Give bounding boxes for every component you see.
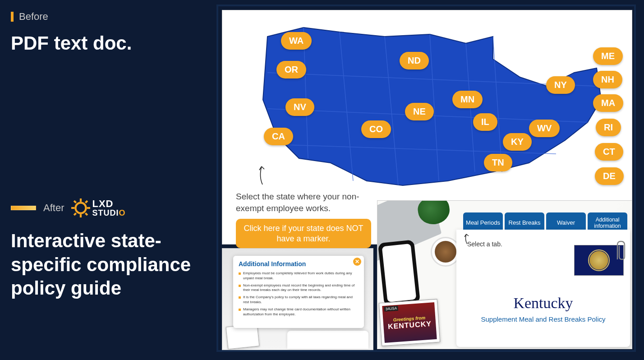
before-label: Before (11, 11, 209, 23)
state-subtitle: Supplement Meal and Rest Breaks Policy (465, 315, 622, 323)
before-title: PDF text doc. (11, 32, 209, 54)
state-name-heading: Kentucky (465, 295, 622, 312)
addl-bullet: Managers may not change time card docume… (239, 307, 359, 317)
state-badge-ne[interactable]: NE (405, 103, 434, 120)
svg-rect-6 (85, 212, 88, 216)
state-badge-ky[interactable]: KY (503, 133, 532, 151)
state-badge-nv[interactable]: NV (285, 98, 314, 116)
no-marker-button[interactable]: Click here if your state does NOT have a… (236, 219, 371, 248)
close-icon[interactable]: ✕ (353, 258, 361, 266)
paperclip-icon (614, 240, 626, 262)
additional-info-card: ✕ Additional Information Employees must … (233, 256, 364, 328)
state-badge-ca[interactable]: CA (264, 128, 293, 145)
additional-info-panel: ✕ Additional Information Employees must … (222, 248, 373, 350)
state-badge-ny[interactable]: NY (546, 76, 575, 94)
state-badge-ct[interactable]: CT (595, 143, 623, 161)
state-badge-co[interactable]: CO (361, 120, 391, 138)
after-label: After (43, 202, 64, 214)
before-label-text: Before (19, 11, 48, 23)
stamp-price: 34USA (384, 306, 398, 312)
map-instruction: Select the state where your non-exempt e… (236, 191, 367, 214)
postage-stamp: 34USA Greetings from KENTUCKY (379, 299, 440, 346)
state-badge-ri[interactable]: RI (596, 119, 621, 136)
logo-line2: STUDIO (92, 209, 125, 217)
state-badge-wv[interactable]: WV (529, 120, 560, 137)
tab-content: Select a tab. Kentucky Supplement Meal a… (456, 230, 630, 347)
state-badge-il[interactable]: IL (473, 113, 497, 131)
after-title: Interactive state-specific compliance po… (11, 229, 200, 300)
after-swatch-icon (11, 206, 36, 210)
hand-arrow-icon (462, 232, 471, 245)
addl-bullet: It is the Company's policy to comply wit… (239, 295, 359, 305)
svg-rect-5 (74, 200, 77, 203)
card-edge-icon (287, 331, 368, 349)
gear-icon (71, 198, 90, 217)
state-badge-me[interactable]: ME (593, 47, 623, 65)
logo-line1: LXD (92, 199, 125, 209)
flag-seal-icon (588, 249, 610, 271)
additional-info-title: Additional Information (239, 260, 359, 268)
svg-rect-1 (80, 198, 82, 202)
addl-bullet: Employees must be completely relieved fr… (239, 271, 359, 281)
state-badge-tn[interactable]: TN (484, 154, 512, 171)
state-badge-ma[interactable]: MA (593, 94, 623, 112)
svg-rect-7 (85, 200, 88, 203)
state-badge-mn[interactable]: MN (452, 91, 483, 108)
hand-arrow-icon (256, 164, 266, 185)
svg-rect-4 (87, 207, 90, 209)
state-detail-panel: 34USA Greetings from KENTUCKY Meal Perio… (377, 200, 632, 349)
svg-rect-2 (80, 214, 82, 217)
state-badge-de[interactable]: DE (595, 167, 624, 185)
state-badge-nd[interactable]: ND (400, 52, 429, 69)
state-badge-wa[interactable]: WA (281, 32, 312, 50)
state-badge-or[interactable]: OR (276, 61, 306, 78)
svg-rect-8 (74, 212, 77, 216)
showcase-frame: WA OR ND NV NE MN CO CA IL NY WV KY TN M… (216, 5, 636, 352)
after-row: After LXD STUDIO (11, 198, 209, 217)
svg-point-0 (76, 203, 86, 213)
lxd-studio-logo: LXD STUDIO (71, 198, 125, 217)
addl-bullet: Non-exempt employees must record the beg… (239, 283, 359, 293)
phone-icon (378, 240, 420, 306)
state-badge-nh[interactable]: NH (593, 71, 622, 88)
svg-rect-3 (71, 207, 74, 209)
